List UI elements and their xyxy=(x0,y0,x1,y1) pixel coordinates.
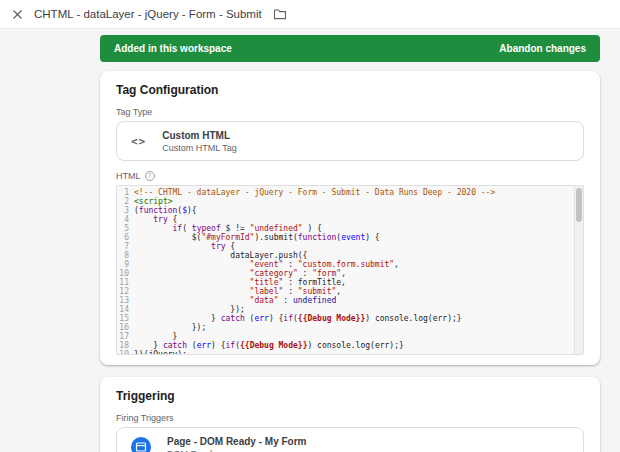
triggering-card: Triggering Firing Triggers Page - DOM Re… xyxy=(100,377,600,452)
banner-message: Added in this workspace xyxy=(114,43,232,54)
editor-scrollbar[interactable] xyxy=(574,186,583,354)
code-brackets-icon: <> xyxy=(131,135,146,148)
help-icon[interactable]: ? xyxy=(145,171,155,181)
header: CHTML - dataLayer - jQuery - Form - Subm… xyxy=(0,0,620,29)
triggering-title: Triggering xyxy=(116,389,584,403)
code-lines: 1<!-- CHTML - dataLayer - jQuery - Form … xyxy=(117,188,583,355)
html-field-label: HTML ? xyxy=(116,171,584,181)
trigger-row[interactable]: Page - DOM Ready - My Form DOM Ready xyxy=(116,427,584,452)
trigger-name: Page - DOM Ready - My Form xyxy=(167,436,306,447)
tag-type-row[interactable]: <> Custom HTML Custom HTML Tag xyxy=(116,121,584,161)
html-code-editor[interactable]: 1<!-- CHTML - dataLayer - jQuery - Form … xyxy=(116,185,584,355)
trigger-info: Page - DOM Ready - My Form DOM Ready xyxy=(167,436,306,452)
tag-configuration-title: Tag Configuration xyxy=(116,83,584,97)
firing-triggers-label: Firing Triggers xyxy=(116,413,584,423)
workspace-banner: Added in this workspace Abandon changes xyxy=(100,35,600,62)
close-icon[interactable] xyxy=(12,9,23,20)
dom-ready-trigger-icon xyxy=(131,437,151,452)
folder-icon[interactable] xyxy=(273,8,287,20)
trigger-type: DOM Ready xyxy=(167,449,306,452)
editor-scrollbar-thumb[interactable] xyxy=(576,188,582,222)
tag-configuration-card: Tag Configuration Tag Type <> Custom HTM… xyxy=(100,71,600,365)
content-area: Added in this workspace Abandon changes … xyxy=(0,29,620,452)
html-label-text: HTML xyxy=(116,171,141,181)
page-title: CHTML - dataLayer - jQuery - Form - Subm… xyxy=(34,8,262,20)
abandon-changes-button[interactable]: Abandon changes xyxy=(499,43,586,54)
tag-type-info: Custom HTML Custom HTML Tag xyxy=(162,130,237,153)
gtm-tag-editor: CHTML - dataLayer - jQuery - Form - Subm… xyxy=(0,0,620,452)
tag-type-name: Custom HTML xyxy=(162,130,237,141)
tag-type-description: Custom HTML Tag xyxy=(162,143,237,153)
tag-type-label: Tag Type xyxy=(116,107,584,117)
